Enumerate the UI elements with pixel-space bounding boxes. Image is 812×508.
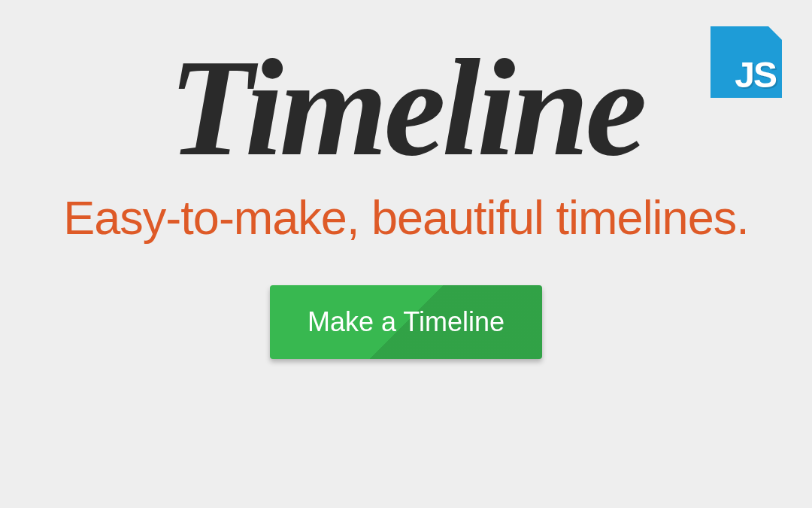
js-badge-label: JS [735,57,776,93]
hero-container: Timeline Easy-to-make, beautiful timelin… [0,0,812,508]
make-timeline-button-label: Make a Timeline [308,306,504,337]
make-timeline-button[interactable]: Make a Timeline [270,285,542,359]
page-title: Timeline [168,38,643,177]
js-badge: JS JS [710,26,782,98]
page-subtitle: Easy-to-make, beautiful timelines. [63,192,748,244]
